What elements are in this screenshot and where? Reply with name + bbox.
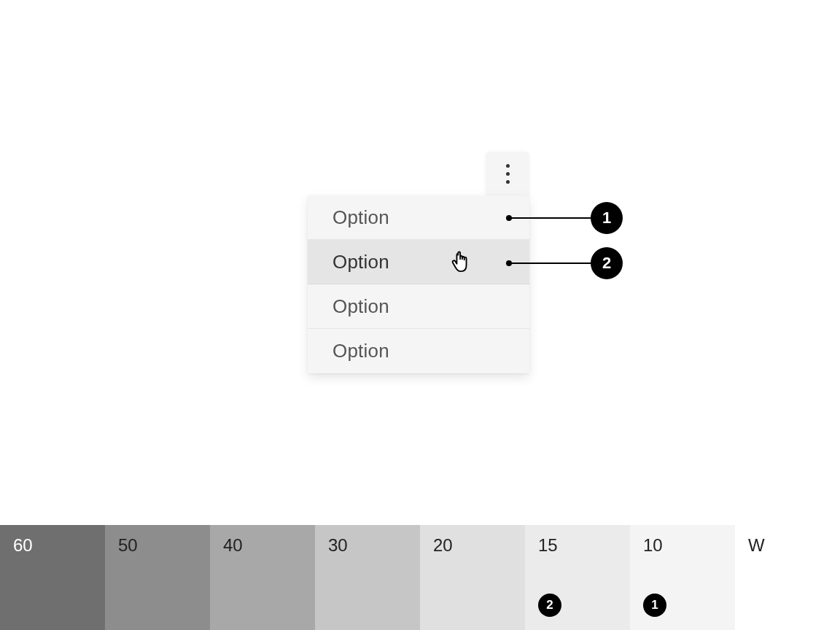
- color-swatch: 60: [0, 525, 105, 630]
- color-swatch-strip: 60 50 40 30 20 15 2 10 1 W: [0, 525, 840, 630]
- swatch-badge-number: 1: [651, 598, 658, 612]
- overflow-menu: Option Option Option Option: [308, 195, 529, 373]
- swatch-badge: 1: [643, 594, 666, 617]
- menu-item-label: Option: [332, 206, 389, 229]
- annotation-connector: [509, 217, 591, 219]
- swatch-label: 40: [223, 535, 243, 555]
- annotation-number: 1: [602, 209, 611, 228]
- annotation-connector: [509, 262, 591, 264]
- swatch-label: 60: [13, 535, 33, 555]
- swatch-badge-number: 2: [546, 598, 553, 612]
- overflow-menu-trigger[interactable]: [486, 152, 529, 195]
- menu-item-label: Option: [332, 295, 389, 318]
- swatch-label: 20: [433, 535, 453, 555]
- annotation-badge: 2: [591, 247, 623, 279]
- swatch-label: W: [748, 535, 765, 555]
- swatch-label: 15: [538, 535, 558, 555]
- color-swatch: W: [735, 525, 840, 630]
- annotation-number: 2: [602, 254, 611, 273]
- annotation-badge: 1: [591, 202, 623, 234]
- more-vertical-icon: [506, 164, 510, 184]
- color-swatch: 40: [210, 525, 315, 630]
- swatch-label: 30: [328, 535, 348, 555]
- pointer-cursor-icon: [451, 250, 472, 273]
- menu-item-label: Option: [332, 251, 389, 273]
- menu-item[interactable]: Option: [308, 284, 529, 329]
- color-swatch: 20: [420, 525, 525, 630]
- menu-item[interactable]: Option: [308, 240, 529, 284]
- menu-item[interactable]: Option: [308, 329, 529, 373]
- menu-item-label: Option: [332, 340, 389, 362]
- menu-item[interactable]: Option: [308, 195, 529, 240]
- color-swatch: 50: [105, 525, 210, 630]
- color-swatch: 15 2: [525, 525, 630, 630]
- swatch-label: 50: [118, 535, 138, 555]
- swatch-label: 10: [643, 535, 663, 555]
- swatch-badge: 2: [538, 594, 561, 617]
- color-swatch: 30: [315, 525, 420, 630]
- color-swatch: 10 1: [630, 525, 735, 630]
